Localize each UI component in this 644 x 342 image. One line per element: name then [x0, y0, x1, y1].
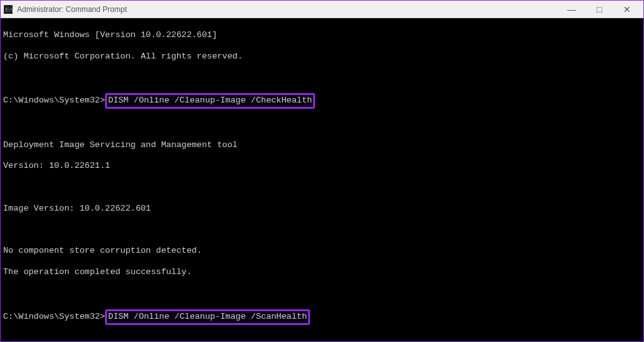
dism-version-line: Version: 10.0.22621.1	[3, 161, 641, 172]
windows-version-line: Microsoft Windows [Version 10.0.22622.60…	[3, 30, 641, 41]
blank-line	[3, 289, 641, 299]
blank-line	[3, 182, 641, 193]
prompt-line-2: C:\Windows\System32>DISM /Online /Cleanu…	[3, 310, 641, 324]
copyright-line: (c) Microsoft Corporation. All rights re…	[3, 52, 641, 62]
dism-tool-line: Deployment Image Servicing and Managemen…	[3, 140, 641, 151]
close-button[interactable]: ✕	[613, 1, 641, 18]
window-titlebar: C:\ Administrator: Command Prompt — □ ✕	[1, 1, 643, 18]
highlighted-command-2: DISM /Online /Cleanup-Image /ScanHealth	[105, 309, 310, 325]
prompt-path: C:\Windows\System32>	[3, 96, 105, 106]
no-corruption-line: No component store corruption detected.	[3, 246, 641, 256]
prompt-path: C:\Windows\System32>	[3, 312, 105, 323]
image-version-line: Image Version: 10.0.22622.601	[3, 204, 641, 214]
terminal-output[interactable]: Microsoft Windows [Version 10.0.22622.60…	[1, 18, 643, 341]
window-controls: — □ ✕	[558, 1, 641, 18]
svg-text:C:\: C:\	[6, 7, 13, 12]
highlighted-command-1: DISM /Online /Cleanup-Image /CheckHealth	[105, 93, 315, 109]
success-line: The operation completed successfully.	[3, 267, 641, 278]
window-title: Administrator: Command Prompt	[17, 5, 558, 14]
blank-line	[3, 119, 641, 130]
blank-line	[3, 334, 641, 341]
cmd-icon: C:\	[3, 4, 13, 14]
prompt-line-1: C:\Windows\System32>DISM /Online /Cleanu…	[3, 94, 641, 108]
blank-line	[3, 225, 641, 236]
blank-line	[3, 72, 641, 83]
minimize-button[interactable]: —	[558, 1, 586, 18]
maximize-button[interactable]: □	[586, 1, 613, 18]
